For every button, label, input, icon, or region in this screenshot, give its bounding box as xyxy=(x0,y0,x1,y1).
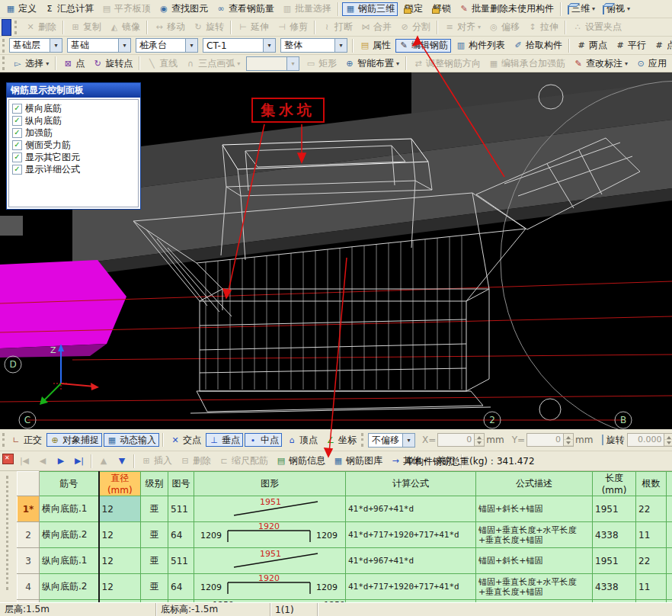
chevron-down-icon[interactable] xyxy=(185,39,197,52)
element-type-combo[interactable]: 桩承台 xyxy=(136,38,198,53)
intersection-snap-button[interactable]: ✕交点 xyxy=(167,433,204,447)
diameter-cell[interactable]: 12 xyxy=(99,496,141,522)
viewport-3d[interactable]: D C 2 B Z 钢筋显示控制面板 xyxy=(0,72,672,429)
object-snap-button[interactable]: ⊕对象捕捉 xyxy=(46,433,102,447)
checkbox-checked-icon[interactable]: ✓ xyxy=(12,140,22,150)
column-header[interactable]: 长度(mm) xyxy=(593,472,636,496)
row-number-cell[interactable]: 4 xyxy=(18,574,40,600)
grade-cell[interactable]: 亜 xyxy=(141,496,168,522)
element-name-combo[interactable]: CT-1 xyxy=(203,38,276,53)
formula-desc-cell[interactable]: 锚固+斜长+锚固 xyxy=(476,496,593,522)
parallel-axis-button[interactable]: #平行 xyxy=(612,39,649,53)
offset-mode-combo[interactable]: 不偏移 xyxy=(368,433,415,448)
clipped-cell[interactable] xyxy=(667,522,672,548)
floor-combo[interactable]: 基础层 xyxy=(9,38,62,53)
nav-next-button[interactable]: ▶ xyxy=(53,454,69,468)
display-mode-combo[interactable]: 整体 xyxy=(280,38,347,53)
count-cell[interactable]: 22 xyxy=(636,496,667,522)
point-angle-axis-button[interactable]: #点角 xyxy=(651,39,672,53)
toolbar-gripper[interactable] xyxy=(2,433,5,447)
toolbar-gripper[interactable] xyxy=(2,39,5,53)
length-cell[interactable]: 1951 xyxy=(593,548,636,574)
column-header[interactable]: 图形 xyxy=(194,472,346,496)
clipped-cell[interactable] xyxy=(667,548,672,574)
display-toggle[interactable]: ✓显示其它图元 xyxy=(11,151,136,163)
view-top-cube-button[interactable]: 俯视 xyxy=(600,2,633,16)
edit-rebar-button[interactable]: ✎编辑钢筋 xyxy=(395,39,451,53)
rebar-name-cell[interactable]: 横向底筋.1 xyxy=(40,496,99,522)
check-edit-annotation-button[interactable]: ✎查改标注 xyxy=(570,56,631,70)
shape-cell[interactable]: 1951 xyxy=(194,496,346,522)
display-toggle[interactable]: ✓显示详细公式 xyxy=(11,163,136,175)
select-button[interactable]: ▻选择 xyxy=(9,56,52,70)
component-list-button[interactable]: ▥构件列表 xyxy=(453,39,508,53)
rotate-checkbox[interactable] xyxy=(602,435,603,445)
count-cell[interactable]: 11 xyxy=(636,574,667,600)
shape-cell[interactable]: 120919201209 xyxy=(194,574,346,600)
display-toggle[interactable]: ✓侧面受力筋 xyxy=(11,139,136,151)
point-place-button[interactable]: ⊠点 xyxy=(59,56,88,70)
formula-cell[interactable]: 41*d+717+1920+717+41*d xyxy=(346,574,476,600)
formula-desc-cell[interactable]: 锚固+垂直长度+水平长度+垂直长度+锚固 xyxy=(476,522,593,548)
column-header[interactable]: 公式描述 xyxy=(476,472,593,496)
rebar-name-cell[interactable]: 横向底筋.2 xyxy=(40,522,99,548)
count-cell[interactable]: 22 xyxy=(636,548,667,574)
two-point-axis-button[interactable]: #两点 xyxy=(573,39,610,53)
properties-button[interactable]: ▤属性 xyxy=(357,39,394,53)
chevron-down-icon[interactable] xyxy=(118,39,130,52)
formula-desc-cell[interactable]: 锚固+斜长+锚固 xyxy=(476,548,593,574)
rebar-name-cell[interactable]: 纵向底筋.2 xyxy=(40,574,99,600)
panel-title[interactable]: 钢筋显示控制面板 xyxy=(7,83,140,98)
chevron-down-icon[interactable] xyxy=(402,434,414,447)
checkbox-checked-icon[interactable]: ✓ xyxy=(12,128,22,138)
lock-button[interactable]: 锁定 xyxy=(399,2,426,16)
chevron-down-icon[interactable] xyxy=(50,39,62,52)
length-cell[interactable]: 4338 xyxy=(593,522,636,548)
row-number-cell[interactable]: 2 xyxy=(18,522,40,548)
shape-cell[interactable]: 120919201209 xyxy=(194,522,346,548)
unlock-button[interactable]: 解锁 xyxy=(427,2,454,16)
grade-cell[interactable]: 亜 xyxy=(141,522,168,548)
pick-component-button[interactable]: ✐拾取构件 xyxy=(510,39,565,53)
vertex-snap-button[interactable]: ⌂顶点 xyxy=(283,433,321,447)
find-element-button[interactable]: ◉查找图元 xyxy=(155,2,211,16)
toolbar-gripper[interactable] xyxy=(2,56,6,70)
display-toggle[interactable]: ✓纵向底筋 xyxy=(11,114,136,127)
view-rebar-quantity-button[interactable]: ∞查看钢筋量 xyxy=(213,2,277,16)
pic-number-cell[interactable]: 64 xyxy=(168,574,194,600)
rebar-3d-button[interactable]: ▦钢筋三维 xyxy=(342,2,398,16)
row-down-button[interactable]: ▼ xyxy=(114,454,130,468)
column-header[interactable]: 计算公式 xyxy=(346,472,476,496)
checkbox-checked-icon[interactable]: ✓ xyxy=(12,165,22,175)
row-number-cell[interactable]: 3 xyxy=(18,548,40,574)
formula-cell[interactable]: 41*d+717+1920+717+41*d xyxy=(346,522,476,548)
diameter-cell[interactable]: 12 xyxy=(99,522,141,548)
smart-layout-button[interactable]: ⊕智能布置 xyxy=(341,56,402,70)
category-combo[interactable]: 基础 xyxy=(67,38,131,53)
grade-cell[interactable]: 亜 xyxy=(141,574,168,600)
rebar-info-button[interactable]: ▤钢筋信息 xyxy=(273,454,328,468)
view-3d-cube-button[interactable]: 三维 xyxy=(565,2,598,16)
rebar-name-cell[interactable]: 纵向底筋.1 xyxy=(40,548,99,574)
display-toggle[interactable]: ✓横向底筋 xyxy=(11,102,136,114)
clipped-cell[interactable] xyxy=(667,574,672,600)
count-cell[interactable]: 11 xyxy=(636,522,667,548)
rebar-gallery-button[interactable]: ▦钢筋图库 xyxy=(330,454,386,468)
pic-number-cell[interactable]: 511 xyxy=(168,496,194,522)
define-button[interactable]: ▦定义 xyxy=(2,2,40,16)
chevron-down-icon[interactable] xyxy=(334,39,347,52)
length-cell[interactable]: 4338 xyxy=(593,574,636,600)
formula-cell[interactable]: 41*d+967+41*d xyxy=(346,496,476,522)
midpoint-snap-button[interactable]: ∙中点 xyxy=(245,433,282,447)
pic-number-cell[interactable]: 64 xyxy=(168,522,194,548)
dynamic-input-button[interactable]: ▦动态输入 xyxy=(104,433,159,447)
display-toggle[interactable]: ✓加强筋 xyxy=(11,127,136,139)
close-icon[interactable] xyxy=(2,454,14,464)
clipped-cell[interactable] xyxy=(667,496,672,522)
row-number-cell[interactable]: 1* xyxy=(18,496,40,522)
checkbox-checked-icon[interactable]: ✓ xyxy=(12,104,22,114)
formula-desc-cell[interactable]: 锚固+垂直长度+水平长度+垂直长度+锚固 xyxy=(476,574,593,600)
checkbox-checked-icon[interactable]: ✓ xyxy=(12,116,22,126)
grade-cell[interactable]: 亜 xyxy=(141,548,168,574)
column-header[interactable]: 直径(mm) xyxy=(99,472,141,496)
